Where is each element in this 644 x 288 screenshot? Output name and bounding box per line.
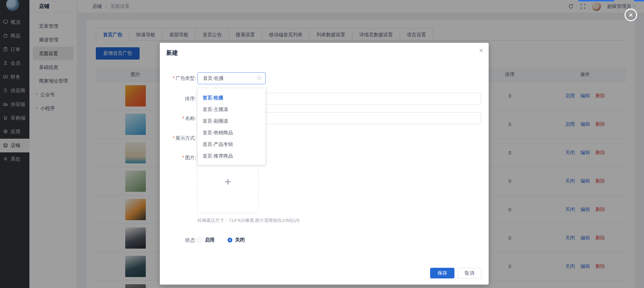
dropdown-option-main-channel[interactable]: 首页-主频道: [197, 103, 266, 115]
required-mark: *: [182, 155, 184, 160]
status-radio-group: 启用 关闭: [197, 237, 245, 243]
sort-label: 排序:: [160, 93, 196, 104]
label-text: 状态:: [185, 237, 196, 243]
new-ad-dialog: 新建 × *广告类型: 首页-轮播 排序: *名称: *展示方式: *图片: +: [160, 43, 489, 285]
ad-type-dropdown: 首页-轮播 首页-主频道 首页-副频道 首页-热销商品 首页-产品专辑 首页-推…: [197, 88, 266, 165]
label-text: 图片:: [185, 155, 196, 160]
clear-icon[interactable]: [257, 75, 262, 82]
label-text: 展示方式:: [176, 135, 196, 141]
app-root: 概况 商品 订单 会员 财务 供应商: [0, 0, 644, 288]
radio-disable-label[interactable]: 关闭: [235, 237, 245, 243]
save-button[interactable]: 保存: [430, 268, 454, 278]
required-mark: *: [173, 135, 175, 141]
radio-enable-label[interactable]: 启用: [205, 237, 215, 243]
radio-enable[interactable]: [197, 238, 202, 242]
dropdown-option-carousel[interactable]: 首页-轮播: [197, 92, 266, 103]
radio-disable[interactable]: [228, 238, 232, 242]
plus-icon: +: [224, 175, 231, 188]
dropdown-option-sub-channel[interactable]: 首页-副频道: [197, 115, 266, 127]
floating-close-button[interactable]: ×: [624, 9, 637, 21]
dropdown-option-hot-goods[interactable]: 首页-热销商品: [197, 127, 266, 138]
dropdown-option-recommended[interactable]: 首页-推荐商品: [197, 150, 266, 162]
cancel-button[interactable]: 取消: [458, 268, 481, 278]
display-mode-label: *展示方式:: [160, 135, 196, 141]
ad-type-select[interactable]: 首页-轮播: [197, 72, 266, 84]
top-bar-fragment: [578, 0, 614, 1]
top-bar-fragment: [634, 0, 644, 1]
label-text: 广告类型:: [176, 75, 196, 81]
dialog-close-icon[interactable]: ×: [479, 47, 483, 54]
dialog-title: 新建: [166, 49, 178, 57]
status-label: 状态:: [160, 237, 196, 243]
name-label: *名称:: [160, 112, 196, 124]
required-mark: *: [182, 115, 184, 121]
ad-type-value: 首页-轮播: [203, 75, 257, 82]
upload-hint: 轮播建议尺寸：714*420像素,图片需限制在10M以内: [197, 217, 299, 224]
dropdown-option-product-album[interactable]: 首页-产品专辑: [197, 138, 266, 150]
label-text: 排序:: [185, 96, 196, 101]
ad-type-label: *广告类型:: [160, 72, 196, 84]
required-mark: *: [173, 75, 175, 81]
image-label: *图片:: [160, 154, 196, 161]
label-text: 名称:: [185, 115, 196, 121]
